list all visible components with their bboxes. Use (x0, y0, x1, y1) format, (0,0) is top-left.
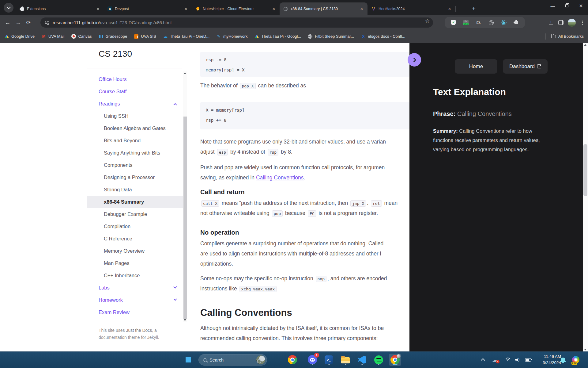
chrome-active-taskbar-icon[interactable] (389, 354, 401, 366)
sidebar-item-label: Compilation (87, 220, 183, 232)
search-daily-image[interactable] (256, 355, 265, 364)
powershell-taskbar-icon[interactable]: >_ (323, 354, 335, 366)
browser-tab[interactable]: V HooHacks2024 × (368, 2, 455, 15)
maximize-button[interactable] (560, 0, 574, 12)
sidebar-nav: Office Hours Course Staff Readings Using… (87, 73, 183, 318)
forward-button[interactable]: → (13, 17, 23, 28)
browser-tab[interactable]: NotesHelper - Cloud Firestore × (192, 2, 280, 15)
onedrive-tray-icon[interactable]: ☁× (489, 354, 500, 366)
sidebar-item[interactable]: Using SSH (87, 110, 183, 122)
scrollbar-thumb[interactable] (183, 117, 187, 319)
back-button[interactable]: ← (2, 17, 13, 28)
summary-line: functions receive parameters and return … (433, 136, 543, 145)
bookmark-item[interactable]: Theta Tau Pi - Googl... (254, 34, 301, 39)
bookmark-favicon: M (41, 34, 46, 39)
discord-taskbar-icon[interactable]: 1 (306, 354, 318, 366)
spotify-taskbar-icon[interactable] (372, 354, 385, 366)
new-tab-button[interactable]: + (469, 4, 478, 13)
sidebar-item[interactable]: Debugger Example (87, 208, 183, 220)
volume-tray-icon[interactable] (512, 354, 523, 366)
bookmark-item[interactable]: Fitbit Sleep Summar... (308, 34, 354, 39)
bookmark-item[interactable]: UVA SIS (134, 34, 156, 39)
minimize-button[interactable]: — (546, 0, 560, 12)
home-button[interactable]: Home (455, 59, 497, 74)
favicon-glyph (21, 7, 24, 11)
bookmark-item[interactable]: M UVA Mail (41, 34, 65, 39)
bookmark-item[interactable]: Gradescope (98, 34, 127, 39)
sidebar-item[interactable]: C Reference (87, 232, 183, 245)
explorer-taskbar-icon[interactable] (339, 354, 352, 366)
battery-tray-icon[interactable] (522, 354, 533, 366)
side-panel-icon[interactable] (558, 20, 564, 25)
content-link[interactable]: Just the Docs (126, 328, 152, 333)
sidebar-item[interactable]: Components (87, 159, 183, 171)
bookmark-item[interactable]: ✎ myHomework (216, 34, 247, 39)
sidebar-item[interactable]: Designing a Processor (87, 171, 183, 183)
dev-extension-icon[interactable]: EaDEV (463, 20, 469, 26)
sidebar-item-label: Man Pages (87, 257, 183, 269)
close-button[interactable]: ✕ (574, 0, 588, 12)
dashboard-button[interactable]: Dashboard (503, 59, 548, 74)
content-link[interactable]: Calling Conventions (256, 174, 304, 181)
sidebar-item[interactable]: Storing Data (87, 183, 183, 196)
sidebar-item[interactable]: x86-84 Summary (87, 196, 183, 208)
tab-close-icon[interactable]: × (95, 6, 101, 12)
tab-close-icon[interactable]: × (447, 6, 452, 12)
sidebar-item[interactable]: Memory Overview (87, 245, 183, 257)
tab-close-icon[interactable]: × (271, 6, 277, 12)
react-devtools-icon[interactable] (501, 20, 507, 26)
lambda-extension-icon[interactable]: Eλ (476, 20, 482, 26)
vscode-taskbar-icon[interactable] (356, 354, 368, 366)
sidebar-item[interactable]: Homework (87, 294, 183, 306)
reload-button[interactable]: ⟳ (23, 17, 34, 28)
chrome-taskbar-icon[interactable] (286, 354, 299, 366)
profile-avatar[interactable] (568, 19, 576, 27)
text-run: Summary: (433, 128, 458, 134)
bookmark-item[interactable]: Google Drive (4, 34, 35, 39)
sidebar-item[interactable]: Course Staff (87, 85, 183, 98)
browser-tab[interactable]: Extensions × (16, 2, 104, 15)
taskbar-search[interactable]: Search (198, 354, 267, 366)
notifications-tray-icon[interactable] (557, 354, 568, 366)
shield-check-extension-icon[interactable]: ✓ (450, 20, 457, 26)
copilot-tray-icon[interactable]: PRE (570, 354, 581, 366)
sidebar-item[interactable]: Saying Anything with Bits (87, 147, 183, 159)
scrollbar-thumb[interactable] (583, 144, 587, 196)
sidebar-item[interactable]: Labs (87, 282, 183, 294)
extensions-puzzle-icon[interactable] (513, 20, 519, 26)
page-scrollbar[interactable] (583, 43, 588, 351)
bookmark-star-icon[interactable]: ☆ (425, 18, 430, 24)
panel-collapse-button[interactable] (408, 53, 421, 67)
browser-tab[interactable]: D Devpost × (104, 2, 192, 15)
scroll-down-icon[interactable] (584, 349, 586, 351)
sidebar-scrollbar[interactable] (183, 71, 187, 322)
tray-expand-button[interactable] (477, 354, 488, 366)
wifi-tray-icon[interactable] (502, 354, 513, 366)
address-bar[interactable]: researcher111.github.io/uva-cso1-F23-DG/… (40, 17, 433, 28)
site-title[interactable]: CS 2130 (99, 49, 132, 59)
scroll-down-icon[interactable] (184, 319, 186, 321)
sidebar-item[interactable]: Man Pages (87, 257, 183, 269)
all-bookmarks-button[interactable]: All Bookmarks (545, 33, 584, 40)
kebab-menu-icon[interactable]: ⋮ (580, 20, 585, 25)
tune-icon[interactable] (45, 21, 49, 24)
browser-tab[interactable]: x86-84 Summary | CS 2130 × (280, 2, 368, 15)
bookmark-item[interactable]: Canvas (71, 34, 92, 39)
sidebar-item[interactable]: C++ Inheritance (87, 269, 183, 282)
download-icon[interactable] (548, 20, 554, 25)
sidebar-item[interactable]: Boolean Algebra and Gates (87, 122, 183, 134)
scroll-up-icon[interactable] (584, 44, 586, 46)
target-extension-icon[interactable] (488, 20, 494, 26)
sidebar-item[interactable]: Office Hours (87, 73, 183, 85)
bookmark-item[interactable]: ☁ Theta Tau Pi - OneD... (163, 34, 209, 39)
tab-search-button[interactable] (4, 3, 13, 13)
tab-close-icon[interactable]: × (359, 6, 364, 12)
sidebar-item[interactable]: Readings (87, 98, 183, 110)
sidebar-item[interactable]: Compilation (87, 220, 183, 232)
tab-close-icon[interactable]: × (183, 6, 189, 12)
bookmark-item[interactable]: X elogos docs - Confl... (361, 34, 405, 39)
sidebar-item[interactable]: Exam Review (87, 306, 183, 318)
start-button[interactable] (182, 354, 194, 366)
scroll-up-icon[interactable] (184, 72, 186, 74)
sidebar-item[interactable]: Bits and Beyond (87, 134, 183, 147)
